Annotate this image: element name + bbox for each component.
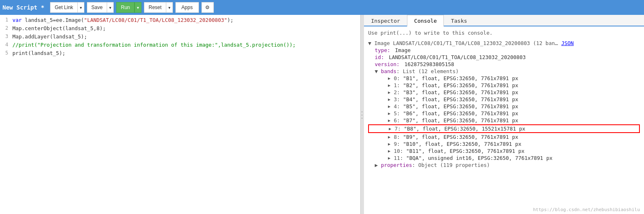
editor-panel: 1 var landsat_5=ee.Image("LANDSAT/LC08/C…	[0, 15, 361, 214]
band-arrow-icon[interactable]: ▶	[388, 97, 394, 102]
watermark: https://blog.csdn.net/zhebushibiaoshilu	[533, 207, 640, 212]
console-content[interactable]: Use print(...) to write to this console.…	[364, 26, 644, 205]
band-arrow-icon[interactable]: ▶	[388, 83, 394, 88]
save-group: Save ▾	[87, 2, 114, 13]
line-number: 3	[0, 33, 12, 39]
band-item[interactable]: ▶ 4: "B5", float, EPSG:32650, 7761x7891 …	[368, 103, 640, 109]
band-content: 4: "B5", float, EPSG:32650, 7761x7891 px	[394, 103, 518, 109]
json-link[interactable]: JSON	[561, 40, 574, 46]
code-line: 3 Map.addLayer(landsat_5);	[0, 33, 360, 41]
band-content: 5: "B6", float, EPSG:32650, 7761x7891 px	[394, 110, 518, 117]
reset-group: Reset ▾	[144, 2, 172, 13]
code-area[interactable]: 1 var landsat_5=ee.Image("LANDSAT/LC08/C…	[0, 15, 360, 214]
band-item[interactable]: ▶ 10: "B11", float, EPSG:32650, 7761x789…	[368, 148, 640, 154]
band-content: 7: "B8", float, EPSG:32650, 15521x15781 …	[395, 126, 525, 132]
type-val: Image	[395, 47, 411, 53]
line-number: 2	[0, 25, 12, 31]
line-number: 5	[0, 50, 12, 56]
band-item[interactable]: ▶ 9: "B10", float, EPSG:32650, 7761x7891…	[368, 141, 640, 147]
toolbar: New Script * Get Link ▾ Save ▾ Run ▾ Res…	[0, 0, 644, 15]
line-content: //print("Projection and transformation i…	[12, 42, 296, 48]
band-content: 3: "B4", float, EPSG:32650, 7761x7891 px	[394, 96, 518, 102]
band-item[interactable]: ▶ 11: "BQA", unsigned int16, EPSG:32650,…	[368, 155, 640, 161]
band-arrow-icon[interactable]: ▶	[388, 156, 394, 160]
id-val: LANDSAT/LC08/C01/T1_TOA/LC08_123032_2020…	[389, 54, 526, 60]
tree-id-item: id: LANDSAT/LC08/C01/T1_TOA/LC08_123032_…	[368, 54, 640, 60]
type-key: type:	[375, 47, 390, 53]
right-panel: Inspector Console Tasks Use print(...) t…	[364, 15, 644, 214]
get-link-dropdown[interactable]: ▾	[78, 2, 84, 13]
band-content: 0: "B1", float, EPSG:32650, 7761x7891 px	[394, 75, 518, 81]
panel-separator[interactable]: ···	[361, 15, 364, 214]
tab-console[interactable]: Console	[407, 15, 444, 26]
tab-tasks[interactable]: Tasks	[444, 15, 474, 26]
properties-label: ▶ properties: Object (119 properties)	[375, 162, 490, 168]
band-content: 8: "B9", float, EPSG:32650, 7761x7891 px	[394, 134, 518, 140]
tree-bands-header[interactable]: ▼ bands: List (12 elements)	[368, 68, 640, 74]
reset-button[interactable]: Reset	[144, 2, 166, 13]
code-line: 2 Map.centerObject(landsat_5,8);	[0, 25, 360, 33]
band-item[interactable]: ▶ 7: "B8", float, EPSG:32650, 15521x1578…	[368, 124, 640, 133]
band-arrow-icon[interactable]: ▶	[388, 90, 394, 95]
band-arrow-icon[interactable]: ▶	[388, 111, 394, 116]
settings-button[interactable]: ⚙	[201, 2, 214, 13]
id-key: id:	[375, 54, 384, 60]
bands-container: ▶ 0: "B1", float, EPSG:32650, 7761x7891 …	[368, 75, 640, 161]
save-button[interactable]: Save	[87, 2, 107, 13]
line-content: Map.addLayer(landsat_5);	[12, 33, 87, 40]
tree-type-item: type: Image	[368, 47, 640, 53]
script-title: New Script *	[2, 4, 44, 11]
band-item[interactable]: ▶ 6: "B7", float, EPSG:32650, 7761x7891 …	[368, 117, 640, 124]
tree-root-label: ▼ Image LANDSAT/LC08/C01/T1_TOA/LC08_123…	[368, 40, 558, 46]
get-link-arrow-icon: ▾	[80, 5, 82, 10]
run-dropdown[interactable]: ▾	[134, 2, 141, 13]
band-arrow-icon[interactable]: ▶	[388, 104, 394, 109]
band-arrow-icon[interactable]: ▶	[388, 76, 394, 81]
run-group: Run ▾	[116, 2, 141, 13]
tab-bar: Inspector Console Tasks	[364, 15, 644, 26]
line-content: print(landsat_5);	[12, 50, 65, 56]
reset-arrow-icon: ▾	[168, 5, 170, 10]
band-content: 10: "B11", float, EPSG:32650, 7761x7891 …	[394, 148, 524, 154]
band-arrow-icon[interactable]: ▶	[389, 126, 395, 131]
version-val: 1628752983805158	[405, 61, 454, 67]
tab-inspector[interactable]: Inspector	[364, 15, 407, 26]
band-item[interactable]: ▶ 0: "B1", float, EPSG:32650, 7761x7891 …	[368, 75, 640, 81]
apps-button[interactable]: Apps	[175, 2, 199, 13]
line-number: 4	[0, 42, 12, 48]
code-line: 1 var landsat_5=ee.Image("LANDSAT/LC08/C…	[0, 17, 360, 25]
band-content: 1: "B2", float, EPSG:32650, 7761x7891 px	[394, 82, 518, 88]
band-item[interactable]: ▶ 5: "B6", float, EPSG:32650, 7761x7891 …	[368, 110, 640, 117]
console-hint: Use print(...) to write to this console.	[368, 30, 640, 36]
band-arrow-icon[interactable]: ▶	[388, 118, 394, 123]
line-content: Map.centerObject(landsat_5,8);	[12, 25, 106, 31]
band-arrow-icon[interactable]: ▶	[388, 142, 394, 146]
line-content: var landsat_5=ee.Image("LANDSAT/LC08/C01…	[12, 17, 233, 23]
band-content: 6: "B7", float, EPSG:32650, 7761x7891 px	[394, 117, 518, 124]
run-button[interactable]: Run	[116, 2, 134, 13]
line-number: 1	[0, 17, 12, 23]
watermark-bar: https://blog.csdn.net/zhebushibiaoshilu	[364, 205, 644, 214]
tree-properties-item[interactable]: ▶ properties: Object (119 properties)	[368, 162, 640, 168]
band-arrow-icon[interactable]: ▶	[388, 149, 394, 153]
band-content: 9: "B10", float, EPSG:32650, 7761x7891 p…	[394, 141, 522, 147]
code-line: 4 //print("Projection and transformation…	[0, 41, 360, 50]
run-arrow-icon: ▾	[137, 5, 139, 10]
tree-version-item: version: 1628752983805158	[368, 61, 640, 67]
band-item[interactable]: ▶ 3: "B4", float, EPSG:32650, 7761x7891 …	[368, 96, 640, 102]
save-dropdown[interactable]: ▾	[107, 2, 114, 13]
main-container: 1 var landsat_5=ee.Image("LANDSAT/LC08/C…	[0, 15, 644, 214]
band-arrow-icon[interactable]: ▶	[388, 135, 394, 139]
code-line: 5 print(landsat_5);	[0, 50, 360, 58]
band-item[interactable]: ▶ 8: "B9", float, EPSG:32650, 7761x7891 …	[368, 134, 640, 140]
band-item[interactable]: ▶ 1: "B2", float, EPSG:32650, 7761x7891 …	[368, 82, 640, 88]
tree-root-item[interactable]: ▼ Image LANDSAT/LC08/C01/T1_TOA/LC08_123…	[368, 40, 640, 46]
bands-label: ▼ bands: List (12 elements)	[375, 68, 459, 74]
reset-dropdown[interactable]: ▾	[166, 2, 173, 13]
band-content: 11: "BQA", unsigned int16, EPSG:32650, 7…	[394, 155, 553, 161]
gear-icon: ⚙	[205, 5, 210, 10]
version-key: version:	[375, 61, 400, 67]
get-link-group: Get Link ▾	[50, 2, 84, 13]
band-item[interactable]: ▶ 2: "B3", float, EPSG:32650, 7761x7891 …	[368, 89, 640, 95]
get-link-button[interactable]: Get Link	[50, 2, 78, 13]
